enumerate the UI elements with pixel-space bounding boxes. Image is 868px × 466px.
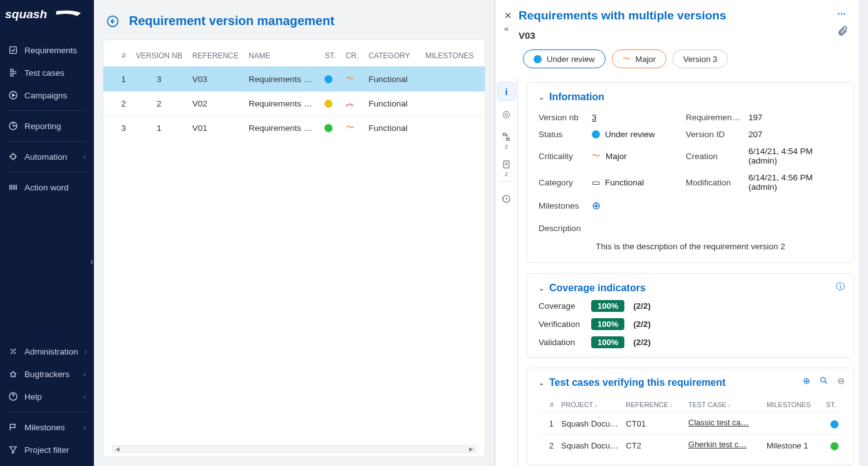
sidebar-item-bugtrackers[interactable]: Bugtrackers› (0, 363, 94, 385)
column-header[interactable]: MILESTONES (763, 397, 822, 413)
value-version-id: 207 (748, 130, 842, 139)
collapse-sidebar-icon[interactable]: ‹ (89, 254, 95, 269)
column-header[interactable]: # (103, 40, 131, 67)
tab-target-icon[interactable]: ◎ (497, 105, 516, 123)
label-requirement: Requiremen… (686, 113, 748, 122)
sidebar-item-reporting[interactable]: Reporting (0, 115, 94, 137)
label-milestones: Milestones (539, 201, 592, 210)
status-dot-icon (830, 442, 839, 450)
tab-history-icon[interactable] (497, 189, 516, 208)
pill-label: Version 3 (683, 54, 717, 64)
middle-panel: Requirement version management #VERSION … (94, 0, 495, 466)
coverage-badge: 100% (591, 318, 624, 330)
status-pill[interactable]: Under review (523, 49, 606, 68)
label-modification: Modification (686, 178, 748, 187)
attachment-icon[interactable] (837, 25, 848, 39)
column-header[interactable]: VERSION NB (131, 40, 187, 67)
chevron-down-icon: ⌄ (539, 284, 544, 293)
column-header[interactable]: ST. (822, 397, 842, 413)
chevron-right-icon: › (83, 393, 86, 400)
remove-testcase-button[interactable]: ⊖ (837, 376, 845, 387)
add-milestone-button[interactable]: ⊕ (592, 199, 601, 212)
testcase-link[interactable]: Classic test ca… (688, 418, 749, 427)
logo: squash (0, 0, 94, 36)
column-header[interactable]: # (539, 397, 557, 413)
coverage-badge: 100% (591, 300, 624, 312)
testcases-heading[interactable]: ⌄Test cases verifying this requirement (539, 377, 842, 388)
tab-tree-icon[interactable]: 2 (497, 127, 516, 146)
vertical-scrollbar[interactable] (859, 0, 868, 466)
tab-doc-icon[interactable]: 2 (497, 155, 516, 173)
status-pill[interactable]: 〜Major (612, 49, 667, 68)
value-version-nb[interactable]: 3 (592, 113, 597, 122)
more-icon[interactable]: ⋯ (837, 9, 847, 19)
tab-info-icon[interactable]: i (497, 82, 516, 101)
column-header[interactable]: CR. (341, 40, 364, 67)
value-description: This is the description of the requireme… (539, 239, 842, 254)
column-header[interactable]: REFERENCE↓ (622, 397, 685, 413)
close-icon[interactable]: ✕ (504, 10, 512, 21)
collapse-icon[interactable]: « (504, 24, 512, 33)
status-dot-icon (534, 55, 542, 63)
coverage-heading[interactable]: ⌄Coverage indicators (539, 282, 842, 294)
value-category: Functional (605, 178, 644, 187)
pill-label: Under review (547, 54, 595, 64)
sidebar-item-automation[interactable]: Automation› (0, 145, 94, 168)
status-dot-icon (830, 420, 839, 428)
chevron-right-icon: › (85, 348, 87, 355)
sidebar-item-requirements[interactable]: Requirements (0, 39, 94, 61)
table-row[interactable]: 31V01Requirements …〜Functional (103, 116, 485, 140)
detail-panel: ✕ « Requirements with multiple versions … (495, 0, 868, 466)
criticality-major-icon: 〜 (623, 53, 631, 65)
horizontal-scrollbar[interactable]: ◀▶ (112, 445, 476, 453)
criticality-icon: 〜 (592, 150, 601, 162)
criticality-major-icon: 〜 (346, 73, 354, 85)
coverage-row: Coverage100%(2/2) (539, 300, 842, 312)
label-version-id: Version ID (686, 130, 748, 139)
label-category: Category (539, 178, 592, 187)
label-status: Status (539, 130, 592, 139)
column-header[interactable]: MILESTONES (420, 40, 485, 67)
criticality-major-icon: 〜 (346, 122, 354, 133)
sidebar-item-projectfilter[interactable]: Project filter (0, 438, 94, 461)
sidebar-item-help[interactable]: Help› (0, 385, 94, 408)
chevron-right-icon: › (83, 423, 86, 431)
value-creation: 6/14/21, 4:54 PM (admin) (748, 147, 842, 165)
information-card: ⌄Information Version nb 3 Requiremen… 19… (527, 82, 854, 263)
value-criticality: Major (606, 152, 627, 161)
add-testcase-button[interactable]: ⊕ (803, 376, 810, 387)
column-header[interactable]: NAME (244, 40, 319, 67)
status-dot-icon (324, 124, 333, 132)
column-header[interactable]: TEST CASE↓ (685, 397, 763, 413)
testcases-card: ⊕ ⊖ ⌄Test cases verifying this requireme… (527, 368, 854, 465)
sidebar-item-actionword[interactable]: Action word (0, 176, 94, 199)
versions-table: #VERSION NBREFERENCENAMEST.CR.CATEGORYMI… (103, 39, 485, 457)
sidebar-item-administration[interactable]: Administration› (0, 340, 94, 363)
back-button[interactable] (106, 15, 119, 28)
svg-point-11 (821, 378, 826, 383)
table-row[interactable]: 13V03Requirements …〜Functional (103, 67, 485, 91)
column-header[interactable]: REFERENCE (187, 40, 244, 67)
coverage-row: Verification100%(2/2) (539, 318, 842, 330)
column-header[interactable]: PROJECT↓ (557, 397, 622, 413)
sidebar-item-testcases[interactable]: Test cases (0, 61, 94, 84)
table-row[interactable]: 1Squash Docu…CT01Classic test ca… (539, 413, 842, 435)
detail-tab-rail: i ◎ 2 2 (495, 76, 518, 466)
table-row[interactable]: 22V02Requirements …︽Functional (103, 91, 485, 116)
sidebar-item-campaigns[interactable]: Campaigns (0, 84, 94, 106)
label-description: Description (539, 224, 842, 233)
coverage-badge: 100% (591, 336, 624, 348)
help-icon[interactable]: ⓘ (836, 281, 845, 293)
column-header[interactable]: ST. (319, 40, 340, 67)
status-pill[interactable]: Version 3 (673, 49, 728, 68)
sidebar-item-milestones[interactable]: Milestones› (0, 416, 94, 438)
chevron-down-icon: ⌄ (539, 93, 544, 101)
category-icon: ▭ (592, 177, 600, 187)
column-header[interactable]: CATEGORY (363, 40, 420, 67)
search-testcase-button[interactable] (819, 376, 829, 387)
table-row[interactable]: 2Squash Docu…CT2Gherkin test c…Milestone… (539, 435, 842, 457)
value-modification: 6/14/21, 4:56 PM (admin) (748, 173, 842, 192)
information-heading[interactable]: ⌄Information (539, 91, 842, 103)
testcase-link[interactable]: Gherkin test c… (688, 440, 747, 449)
status-dot-icon (324, 75, 333, 83)
